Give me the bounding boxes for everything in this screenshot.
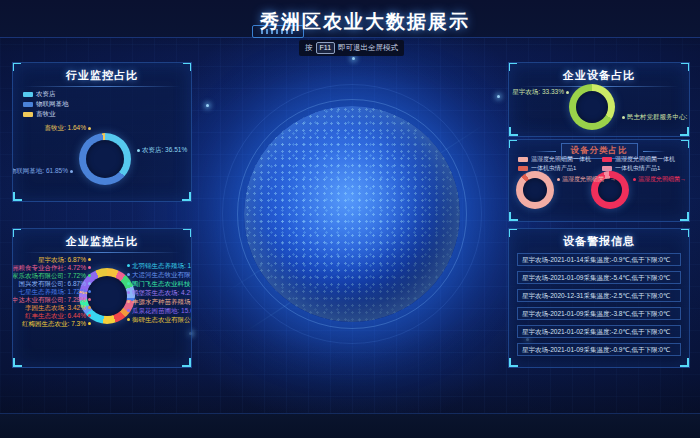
chart-label-text: 北羽锦生态养殖场: 11.16% [132,262,192,269]
class-left-donut-chart [516,171,554,209]
chart-label: 秀洲粮食专业合作社: 4.72% [12,264,91,271]
legend-swatch [23,112,33,117]
chart-label-text: 秀洲粮食专业合作社: 4.72% [12,264,86,271]
chart-label-text: 丰源水产种苗养殖场: 1. [132,298,192,305]
legend-swatch [602,166,612,171]
label-dot [127,300,130,303]
label-dot [88,314,91,317]
alarm-row: 星宇农场-2020-12-31采集温度:-2.5℃,低于下限:0℃ [517,289,681,302]
panel-enterprise-device: 企业设备占比 星宇农场: 33.33% 民主村党群服务中心: [508,62,690,137]
panel-title: 行业监控占比 [13,68,191,83]
spark-dot [497,95,500,98]
legend-item: 物联网基地 [23,100,69,108]
chart-label: 红丰生态农业: 6.44% [25,312,91,319]
label-dot [88,258,91,261]
chart-label-text: 陶门飞生态农业科技有限公 [132,280,192,287]
chart-label: 北羽锦生态养殖场: 11.16% [127,262,192,269]
divider [23,86,181,87]
chart-label-text: 鸭堡茶生态农场: 4.29% [132,289,192,296]
divider [23,252,181,253]
f11-key: F11 [316,42,336,54]
label-dot [127,291,130,294]
chart-label-text: 大运河生态牧业有限责任公 [132,271,192,278]
chart-legend: 农资店物联网基地畜牧业 [23,90,69,118]
label-dot [127,309,130,312]
device-donut-chart [569,84,615,130]
chart-label-text: 国兴发有限公司: 6.87% [18,280,86,287]
chart-label-text: 瓜泉花园苗圃地: 15.02% [132,307,192,314]
chart-label: 红梅园生态农业: 7.3% [22,320,91,327]
legend-label: 温湿度光照细菌一体机 [615,155,675,163]
chart-label: 畜牧业: 1.64% [44,124,91,132]
chart-label: 家乐农场有限公司: 7.72% [12,272,91,279]
chart-label-text: 中达木业有限公司: 7.29% [12,296,86,303]
panel-device-classification: 设备分类占比 温湿度光照细菌一体机一体机虫情产品1 温湿度光照细菌一体机一体机虫… [508,139,690,222]
panel-title: 企业设备占比 [509,68,689,83]
chart-label: 七星生态养殖场: 1.72% [18,288,91,295]
chart-label: 丰源水产种苗养殖场: 1. [127,298,192,305]
label-dot [127,273,130,276]
label-dot [88,290,91,293]
legend-swatch [518,166,528,171]
chart-legend: 温湿度光照细菌一体机一体机虫情产品1 [518,155,591,172]
donut-hole [576,91,608,123]
panel-title: 设备警报信息 [509,234,689,249]
chart-label: 中达木业有限公司: 7.29% [12,296,91,303]
label-dot [88,298,91,301]
alarm-row: 星宇农场-2021-01-14采集温度:-0.9℃,低于下限:0℃ [517,253,681,266]
legend-item: 温湿度光照细菌一体机 [602,155,675,163]
chart-legend: 温湿度光照细菌一体机一体机虫情产品1 [602,155,675,172]
chart-label-text: 家乐农场有限公司: 7.72% [12,272,86,279]
decor-line [534,151,556,152]
chart-label: 温湿度光照细菌→ [633,175,686,183]
alarm-list: 星宇农场-2021-01-14采集温度:-0.9℃,低于下限:0℃星宇农场-20… [517,253,681,361]
chart-label-text: 红梅园生态农业: 7.3% [22,320,86,327]
panel-title: 企业监控占比 [13,234,191,249]
chart-label-text: 红丰生态农业: 6.44% [25,312,86,319]
donut-hole [523,178,547,202]
label-dot [88,306,91,309]
legend-label: 温湿度光照细菌一体机 [531,155,591,163]
donut-hole [87,276,127,316]
decor-line [643,151,665,152]
footer-bar [0,413,700,438]
label-dot [127,318,130,321]
chart-label: 李园生态农场: 3.42% [25,304,91,311]
legend-swatch [23,102,33,107]
fullscreen-hint: 按 F11 即可退出全屏模式 [299,40,404,56]
page-title: 秀洲区农业大数据展示 [260,9,470,35]
label-dot [127,282,130,285]
chart-label: 御碑生态农业有限公司: 6.87% [127,316,192,323]
legend-item: 温湿度光照细菌一体机 [518,155,591,163]
dashboard: 秀洲区农业大数据展示 按 F11 即可退出全屏模式 行业监控占比 农资店物联网基… [0,0,700,438]
spark-dot [352,57,355,60]
donut-hole [86,140,124,178]
spark-dot [206,104,209,107]
hint-suffix: 即可退出全屏模式 [338,43,398,53]
label-dot [88,274,91,277]
chart-label: 大运河生态牧业有限责任公 [127,271,192,278]
legend-swatch [602,157,612,162]
chart-label: 物联网基地: 61.85% [12,167,73,175]
chart-label: 瓜泉花园苗圃地: 15.02% [127,307,192,314]
label-dot [88,322,91,325]
chart-labels-left: 星宇农场: 6.87%秀洲粮食专业合作社: 4.72%家乐农场有限公司: 7.7… [12,256,91,327]
legend-swatch [518,157,528,162]
legend-item: 农资店 [23,90,69,98]
chart-label: 星宇农场: 33.33% [512,88,569,96]
industry-donut-chart [79,133,131,185]
chart-label: 星宇农场: 6.87% [38,256,91,263]
panel-industry-monitoring: 行业监控占比 农资店物联网基地畜牧业 畜牧业: 1.64% 农资店: 36.51… [12,62,192,202]
alarm-row: 星宇农场-2021-01-09采集温度:-3.8℃,低于下限:0℃ [517,307,681,320]
chart-label-text: 御碑生态农业有限公司: 6.87% [132,316,192,323]
legend-label: 一体机虫情产品1 [615,164,660,172]
alarm-row: 星宇农场-2021-01-02采集温度:-2.0℃,低于下限:0℃ [517,325,681,338]
hint-prefix: 按 [305,43,313,53]
label-dot [127,264,130,267]
panel-enterprise-monitoring: 企业监控占比 星宇农场: 6.87%秀洲粮食专业合作社: 4.72%家乐农场有限… [12,228,192,368]
chart-label: 鸭堡茶生态农场: 4.29% [127,289,192,296]
chart-label: 温湿度光照细菌一→ [557,175,616,183]
label-dot [88,266,91,269]
legend-swatch [23,92,33,97]
legend-label: 物联网基地 [36,100,69,108]
